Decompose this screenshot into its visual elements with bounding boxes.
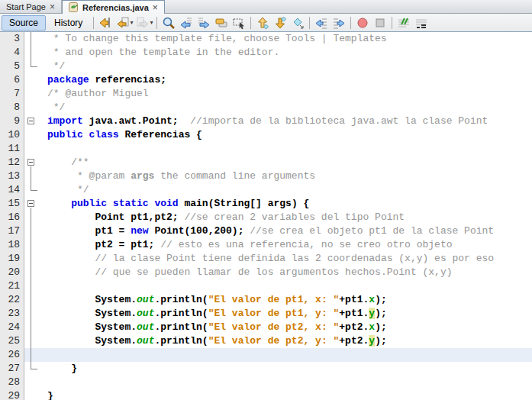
toggle-bookmark-icon[interactable] [289, 15, 306, 31]
toolbar-separator [250, 17, 251, 29]
line-number[interactable]: 18 [0, 238, 24, 252]
comment-icon[interactable] [395, 15, 412, 31]
find-selection-icon[interactable] [160, 15, 177, 31]
fold-margin [24, 321, 46, 334]
line-number[interactable]: 7 [0, 87, 24, 101]
code-text[interactable]: /** [46, 156, 532, 169]
source-button[interactable]: Source [2, 15, 46, 31]
code-text[interactable] [46, 348, 532, 362]
code-text[interactable]: } [46, 362, 532, 376]
find-previous-occurrence-icon[interactable] [178, 15, 195, 31]
stop-macro-recording-icon[interactable] [372, 15, 389, 31]
back-icon[interactable] [114, 15, 131, 31]
code-text[interactable]: public static void main(String[] args) { [46, 197, 532, 211]
uncomment-icon[interactable] [413, 15, 430, 31]
code-line: 3 * To change this template file, choose… [0, 32, 532, 46]
code-text[interactable]: pt1 = new Point(100,200); //se crea el o… [46, 224, 532, 238]
code-editor[interactable]: 3 * To change this template file, choose… [0, 32, 532, 400]
code-text[interactable] [46, 376, 532, 389]
code-text[interactable]: System.out.println("El valor de pt2, x: … [46, 321, 532, 334]
line-number[interactable]: 24 [0, 321, 24, 334]
line-number[interactable]: 4 [0, 46, 24, 60]
fold-margin [24, 183, 46, 197]
code-text[interactable]: * @param args the command line arguments [46, 169, 532, 183]
code-line: 4 * and open the template in the editor. [0, 46, 532, 60]
code-text[interactable]: * and open the template in the editor. [46, 46, 532, 60]
line-number[interactable]: 9 [0, 115, 24, 128]
previous-bookmark-icon[interactable] [254, 15, 271, 31]
line-number[interactable]: 15 [0, 197, 24, 211]
fold-margin [24, 224, 46, 238]
tab-referencias-java[interactable]: Referencias.java × [62, 0, 165, 14]
code-text[interactable]: System.out.println("El valor de pt2, y: … [46, 334, 532, 348]
code-text[interactable]: System.out.println("El valor de pt1, x: … [46, 293, 532, 307]
editor-toolbar: Source History ▾ ▾ [0, 14, 532, 32]
shift-line-right-icon[interactable] [330, 15, 347, 31]
line-number[interactable]: 29 [0, 389, 24, 400]
next-bookmark-icon[interactable] [272, 15, 289, 31]
last-edit-location-icon[interactable] [97, 15, 114, 31]
forward-icon[interactable] [134, 15, 151, 31]
find-next-occurrence-icon[interactable] [195, 15, 212, 31]
fold-margin [24, 279, 46, 293]
code-line: 27 } [0, 362, 532, 376]
toggle-highlight-search-icon[interactable] [213, 15, 230, 31]
line-number[interactable]: 20 [0, 266, 24, 279]
line-number[interactable]: 13 [0, 169, 24, 183]
fold-margin [24, 348, 46, 362]
code-text[interactable] [46, 279, 532, 293]
line-number[interactable]: 27 [0, 362, 24, 376]
line-number[interactable]: 3 [0, 32, 24, 46]
code-text[interactable]: } [46, 389, 532, 400]
line-number[interactable]: 21 [0, 279, 24, 293]
close-icon[interactable]: × [153, 4, 158, 11]
toggle-rectangular-selection-icon[interactable] [231, 15, 247, 31]
code-text[interactable]: /* @author Miguel [46, 87, 532, 101]
code-text[interactable]: // la clase Point tiene definida las 2 c… [46, 252, 532, 266]
line-number[interactable]: 19 [0, 252, 24, 266]
line-number[interactable]: 8 [0, 101, 24, 115]
line-number[interactable]: 26 [0, 348, 24, 362]
code-line: 22 System.out.println("El valor de pt1, … [0, 293, 532, 307]
close-icon[interactable]: × [50, 3, 55, 11]
fold-toggle-icon[interactable] [24, 197, 46, 211]
line-number[interactable]: 14 [0, 183, 24, 197]
fold-toggle-icon[interactable] [24, 156, 46, 169]
fold-toggle-icon[interactable] [24, 115, 46, 128]
line-number[interactable]: 6 [0, 73, 24, 87]
line-number[interactable]: 11 [0, 142, 24, 156]
code-text[interactable]: * To change this template file, choose T… [46, 32, 532, 46]
line-number[interactable]: 25 [0, 334, 24, 348]
line-number[interactable]: 16 [0, 211, 24, 224]
line-number[interactable]: 28 [0, 376, 24, 389]
line-number[interactable]: 10 [0, 128, 24, 142]
code-text[interactable]: Point pt1,pt2; //se crean 2 variables de… [46, 211, 532, 224]
line-number[interactable]: 17 [0, 224, 24, 238]
java-file-icon [69, 2, 79, 12]
code-line: 23 System.out.println("El valor de pt1, … [0, 307, 532, 321]
tab-start-page[interactable]: Start Page × [0, 0, 62, 13]
code-text[interactable]: */ [46, 101, 532, 115]
code-line: 20 // que se pueden llamar de los argume… [0, 266, 532, 279]
code-text[interactable]: package referencias; [46, 73, 532, 87]
line-number[interactable]: 12 [0, 156, 24, 169]
code-line: 10public class Referencias { [0, 128, 532, 142]
toolbar-separator [93, 17, 94, 29]
line-number[interactable]: 22 [0, 293, 24, 307]
code-text[interactable]: import java.awt.Point; //importa de la b… [46, 115, 532, 128]
code-text[interactable]: */ [46, 60, 532, 73]
code-text[interactable]: public class Referencias { [46, 128, 532, 142]
code-text[interactable] [46, 142, 532, 156]
line-number[interactable]: 5 [0, 60, 24, 73]
code-text[interactable]: */ [46, 183, 532, 197]
back-dropdown-icon[interactable]: ▾ [130, 19, 133, 26]
history-button[interactable]: History [47, 15, 90, 31]
code-lines: 3 * To change this template file, choose… [0, 32, 532, 400]
shift-line-left-icon[interactable] [313, 15, 330, 31]
code-text[interactable]: pt2 = pt1; // esto es una referencia, no… [46, 238, 532, 252]
fold-margin [24, 389, 46, 400]
code-text[interactable]: System.out.println("El valor de pt1, y: … [46, 307, 532, 321]
start-macro-recording-icon[interactable] [354, 15, 371, 31]
code-text[interactable]: // que se pueden llamar de los argumento… [46, 266, 532, 279]
line-number[interactable]: 23 [0, 307, 24, 321]
